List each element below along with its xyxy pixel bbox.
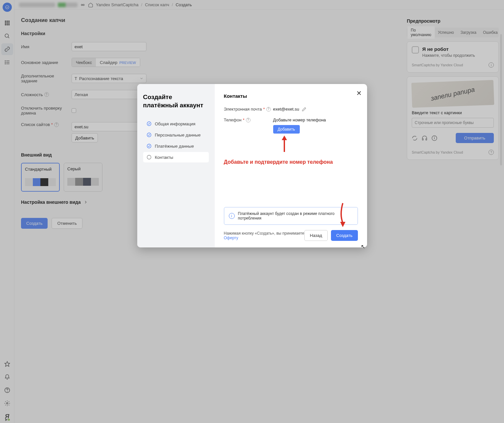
edit-icon[interactable] [302,107,306,112]
svg-point-32 [147,144,151,148]
modal-create-button[interactable]: Создать [331,230,358,241]
modal-overlay: Создайте платёжный аккаунт Общая информа… [0,0,504,423]
phone-prompt: Добавьте номер телефона [273,117,326,122]
step-contacts[interactable]: Контакты [143,152,209,162]
step-payment[interactable]: Платёжные данные [143,141,209,151]
modal-body: ✕ Контакты Электронная почта*? exet@exet… [215,84,367,247]
annotation-arrow-icon [336,201,349,228]
annotation-text: Добавьте и подтвердите номер телефона [224,159,358,165]
info-icon: i [229,213,235,219]
email-label: Электронная почта*? [224,107,273,112]
step-personal[interactable]: Персональные данные [143,130,209,140]
contacts-heading: Контакты [224,93,358,99]
close-button[interactable]: ✕ [356,89,362,97]
help-icon[interactable]: ? [266,107,271,112]
step-general[interactable]: Общая информация [143,118,209,129]
modal-sidebar: Создайте платёжный аккаунт Общая информа… [137,84,215,247]
help-icon[interactable]: ? [246,118,251,122]
billing-modal: Создайте платёжный аккаунт Общая информа… [137,84,367,247]
phone-label: Телефон*? [224,117,273,122]
svg-marker-36 [340,222,345,227]
svg-marker-35 [282,136,287,140]
svg-point-31 [147,133,151,137]
annotation-arrow-icon [278,132,291,159]
svg-point-33 [147,155,151,159]
terms-text: Нажимая кнопку «Создать», вы принимаете … [224,231,304,240]
offer-link[interactable]: Оферту [224,236,238,240]
modal-title: Создайте платёжный аккаунт [143,93,209,109]
back-button[interactable]: Назад [304,230,328,241]
email-value: exet@exet.su [273,107,299,112]
svg-point-30 [147,122,151,126]
